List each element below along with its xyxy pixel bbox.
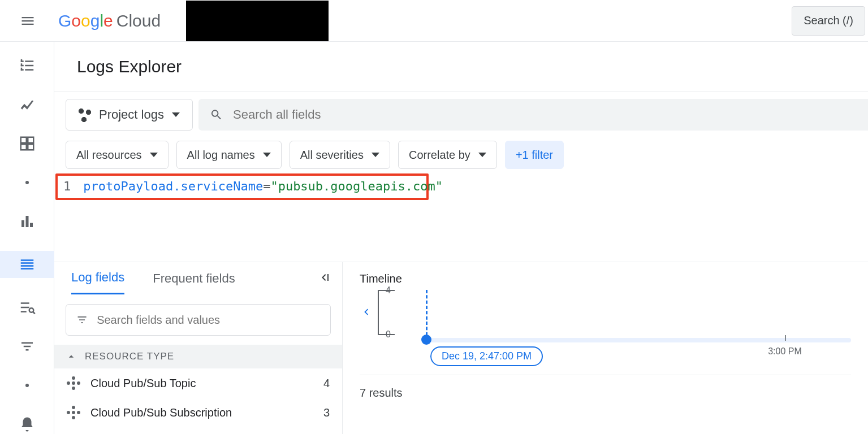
timeline-marker-dot[interactable] xyxy=(421,335,431,345)
search-icon xyxy=(210,108,223,121)
hamburger-menu-icon[interactable] xyxy=(14,7,41,34)
toolbar-row: Project logs xyxy=(54,92,868,137)
timeline-y-axis: 4 0 xyxy=(378,290,395,335)
query-line-number: 1 xyxy=(63,179,71,193)
field-search-input[interactable] xyxy=(97,314,320,327)
resource-label: Cloud Pub/Sub Topic xyxy=(90,377,196,390)
chevron-down-icon xyxy=(150,153,158,157)
nav-bar-chart-icon[interactable] xyxy=(14,212,41,232)
chevron-up-icon xyxy=(66,351,77,362)
nav-dot-1[interactable] xyxy=(14,173,41,193)
timeline-track[interactable]: Dec 19, 2:47:00 PM 3:00 PM xyxy=(409,290,851,369)
nav-dashboard-icon[interactable] xyxy=(14,134,41,154)
search-fields-input[interactable] xyxy=(233,107,857,122)
filter-chips-row: All resources All log names All severiti… xyxy=(54,137,868,172)
scope-dropdown[interactable]: Project logs xyxy=(66,99,193,131)
query-key: protoPayload.serviceName xyxy=(83,179,263,193)
nav-search-list-icon[interactable] xyxy=(14,297,41,317)
search-button-label: Search (/) xyxy=(804,14,853,27)
left-nav-rail xyxy=(0,42,54,434)
main-content: Logs Explorer Project logs All resources… xyxy=(54,42,868,434)
resource-row-pubsub-topic[interactable]: Cloud Pub/Sub Topic 4 xyxy=(54,368,342,398)
nav-dot-2[interactable] xyxy=(14,375,41,395)
timeline-body: 4 0 Dec 19, 2:47:00 PM 3:00 PM xyxy=(360,290,851,369)
resources-chip[interactable]: All resources xyxy=(66,141,169,169)
nav-metrics-icon[interactable] xyxy=(14,95,41,115)
nav-filter-icon[interactable] xyxy=(14,336,41,356)
timeline-track-line xyxy=(425,338,851,342)
resource-type-section-header[interactable]: RESOURCE TYPE xyxy=(54,345,342,368)
top-header: Google Cloud Search (/) xyxy=(0,0,868,42)
resource-label: Cloud Pub/Sub Subscription xyxy=(90,406,232,419)
log-fields-panel: Log fields Frequent fields RESOURCE TYPE xyxy=(54,262,343,434)
tab-frequent-fields[interactable]: Frequent fields xyxy=(153,271,235,294)
redacted-project-selector[interactable] xyxy=(186,1,329,41)
lognames-chip-label: All log names xyxy=(187,149,255,162)
chevron-down-icon xyxy=(372,153,379,157)
query-editor-highlight[interactable]: 1 protoPayload.serviceName="pubsub.googl… xyxy=(55,173,429,200)
resource-icon xyxy=(67,376,80,390)
query-editor-spacer xyxy=(54,200,868,262)
nav-bell-icon[interactable] xyxy=(14,414,41,434)
y-axis-max: 4 xyxy=(386,285,391,296)
timeline-marker-badge: Dec 19, 2:47:00 PM xyxy=(430,346,543,366)
google-cloud-logo[interactable]: Google Cloud xyxy=(58,11,161,31)
lower-panels: Log fields Frequent fields RESOURCE TYPE xyxy=(54,262,868,434)
search-fields-bar[interactable] xyxy=(198,99,868,131)
nav-overview-icon[interactable] xyxy=(14,56,41,76)
timeline-current-line xyxy=(426,290,427,341)
resource-type-label: RESOURCE TYPE xyxy=(85,351,174,362)
page-title: Logs Explorer xyxy=(54,42,868,92)
resource-icon xyxy=(67,406,80,419)
timeline-title: Timeline xyxy=(360,272,851,285)
lognames-chip[interactable]: All log names xyxy=(176,141,282,169)
resources-chip-label: All resources xyxy=(76,149,142,162)
plus-filter-chip[interactable]: +1 filter xyxy=(505,141,564,169)
results-count: 7 results xyxy=(360,375,851,400)
scope-label: Project logs xyxy=(99,107,164,122)
collapse-panel-icon[interactable] xyxy=(317,271,331,294)
tab-log-fields[interactable]: Log fields xyxy=(71,270,124,294)
global-search-button[interactable]: Search (/) xyxy=(792,6,865,36)
plus-filter-label: +1 filter xyxy=(516,149,553,162)
correlate-chip[interactable]: Correlate by xyxy=(398,141,497,169)
severities-chip[interactable]: All severities xyxy=(290,141,390,169)
y-axis-min: 0 xyxy=(386,329,391,340)
chevron-down-icon xyxy=(478,153,486,157)
field-search-box[interactable] xyxy=(66,304,331,336)
chevron-down-icon xyxy=(172,112,180,117)
fields-tabs-row: Log fields Frequent fields xyxy=(54,262,342,295)
query-text[interactable]: protoPayload.serviceName="pubsub.googlea… xyxy=(83,179,443,193)
timeline-prev-icon[interactable] xyxy=(360,306,372,320)
resource-count: 3 xyxy=(323,406,330,419)
timeline-tick xyxy=(785,335,786,341)
timeline-tick-label: 3:00 PM xyxy=(768,346,802,357)
correlate-chip-label: Correlate by xyxy=(409,149,470,162)
query-value: "pubsub.googleapis.com" xyxy=(270,179,443,193)
resource-row-pubsub-subscription[interactable]: Cloud Pub/Sub Subscription 3 xyxy=(54,398,342,427)
query-eq: = xyxy=(263,179,270,193)
resource-count: 4 xyxy=(323,377,330,390)
severities-chip-label: All severities xyxy=(300,149,364,162)
filter-lines-icon xyxy=(76,314,88,326)
nav-logs-icon[interactable] xyxy=(0,251,54,279)
timeline-panel: Timeline 4 0 Dec 19, 2:47:00 PM xyxy=(343,262,868,434)
chevron-down-icon xyxy=(263,153,271,157)
scope-icon xyxy=(79,108,91,121)
